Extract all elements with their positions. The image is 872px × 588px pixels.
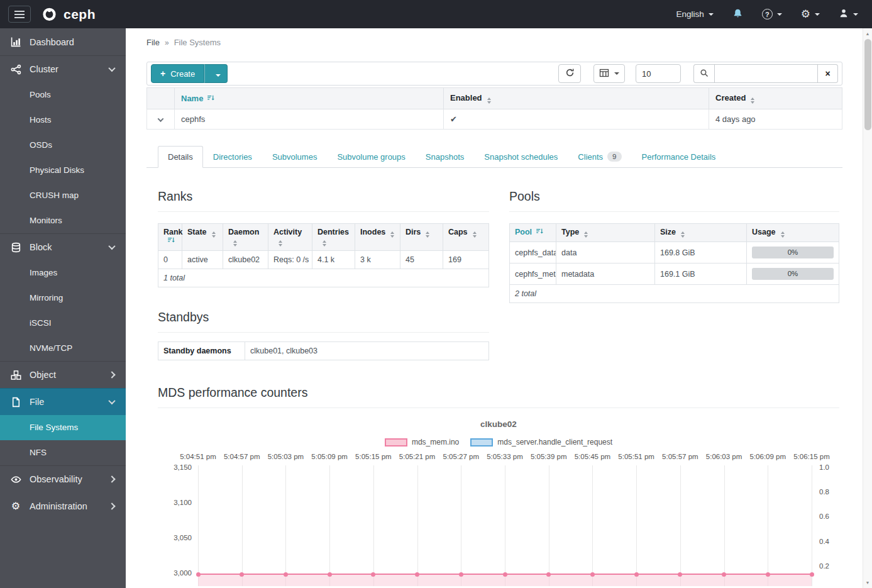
sidebar-item-monitors[interactable]: Monitors xyxy=(0,208,126,233)
help-dropdown[interactable]: ? xyxy=(762,9,782,19)
search-button[interactable] xyxy=(693,64,714,83)
gridline xyxy=(505,465,505,586)
column-header-rank[interactable]: Rank xyxy=(158,224,182,251)
tab-snapshots[interactable]: Snapshots xyxy=(416,146,474,168)
sidebar-group-administration[interactable]: ⚙ Administration xyxy=(0,492,126,519)
tab-subvolumes[interactable]: Subvolumes xyxy=(262,146,328,168)
section-title-ranks: Ranks xyxy=(158,189,489,212)
notifications-button[interactable] xyxy=(732,8,743,21)
cluster-icon xyxy=(9,64,22,75)
tab-clients[interactable]: Clients 9 xyxy=(568,145,631,168)
x-tick-label: 5:05:51 pm xyxy=(618,453,654,460)
column-header-dentries[interactable]: Dentries xyxy=(312,224,355,251)
page-size-input[interactable] xyxy=(636,64,681,83)
sort-icon xyxy=(279,240,282,247)
tab-directories[interactable]: Directories xyxy=(203,146,262,168)
column-header-pool[interactable]: Pool xyxy=(510,224,556,242)
column-header-dirs[interactable]: Dirs xyxy=(400,224,443,251)
x-tick-label: 5:04:51 pm xyxy=(180,453,216,460)
scroll-down-button[interactable]: ▼ xyxy=(863,578,872,587)
gridline xyxy=(373,465,374,586)
tab-snapshot-schedules[interactable]: Snapshot schedules xyxy=(474,146,568,168)
scroll-thumb[interactable] xyxy=(864,39,871,130)
gridline xyxy=(461,465,461,586)
sidebar-item-images[interactable]: Images xyxy=(0,260,126,286)
vertical-scrollbar[interactable]: ▲ ▼ xyxy=(863,28,872,588)
column-toggle-button[interactable] xyxy=(593,64,625,83)
cell-daemon: clkube02 xyxy=(223,251,268,269)
chart-title: clkube02 xyxy=(158,419,839,429)
x-tick-label: 5:05:03 pm xyxy=(268,453,304,460)
column-header-daemon[interactable]: Daemon xyxy=(223,224,268,251)
sidebar-item-label: Observability xyxy=(30,474,82,484)
sidebar-item-iscsi[interactable]: iSCSI xyxy=(0,311,126,336)
sidebar-item-hosts[interactable]: Hosts xyxy=(0,108,126,133)
sort-icon xyxy=(212,231,216,238)
tab-subvolume-groups[interactable]: Subvolume groups xyxy=(327,146,415,168)
table-header-row: Name Enabled Created xyxy=(147,88,842,109)
sidebar-item-nvme-tcp[interactable]: NVMe/TCP xyxy=(0,336,126,361)
sidebar-group-block[interactable]: Block xyxy=(0,233,126,260)
column-header-name[interactable]: Name xyxy=(175,88,444,109)
column-header-type[interactable]: Type xyxy=(556,224,655,242)
brand-text: ceph xyxy=(63,7,96,22)
column-header-caps[interactable]: Caps xyxy=(443,224,489,251)
sidebar-group-observability[interactable]: Observability xyxy=(0,465,126,492)
column-header-inodes[interactable]: Inodes xyxy=(355,224,400,251)
sidebar-item-file-systems[interactable]: File Systems xyxy=(0,415,126,440)
create-button[interactable]: + Create xyxy=(151,64,204,83)
sidebar-item-dashboard[interactable]: Dashboard xyxy=(0,28,126,55)
sidebar-item-mirroring[interactable]: Mirroring xyxy=(0,286,126,311)
create-split-button: + Create xyxy=(151,64,228,83)
settings-dropdown[interactable]: ⚙ xyxy=(801,9,820,19)
section-title-standbys: Standbys xyxy=(158,310,489,333)
column-header-activity[interactable]: Activity xyxy=(268,224,312,251)
user-dropdown[interactable] xyxy=(839,8,858,20)
column-header-enabled[interactable]: Enabled xyxy=(444,88,709,109)
sidebar-group-cluster[interactable]: Cluster xyxy=(0,55,126,82)
cell-caps: 169 xyxy=(443,251,489,269)
refresh-button[interactable] xyxy=(558,64,581,83)
y-axis-right: 1.0 0.8 0.6 0.4 0.2 xyxy=(814,453,839,586)
breadcrumb-file[interactable]: File xyxy=(146,38,160,47)
usage-progress-bar: 0% xyxy=(752,268,834,280)
scroll-up-button[interactable]: ▲ xyxy=(863,29,872,38)
search-input[interactable] xyxy=(714,64,818,83)
cell-pool: cephfs_metadata xyxy=(510,263,556,285)
x-tick-label: 5:05:15 pm xyxy=(355,453,392,460)
sidebar-group-object[interactable]: Object xyxy=(0,361,126,388)
table-row-cephfs[interactable]: cephfs ✔ 4 days ago xyxy=(147,109,842,130)
clear-search-button[interactable]: × xyxy=(818,64,838,83)
sidebar-item-osds[interactable]: OSDs xyxy=(0,133,126,158)
x-tick-label: 5:05:27 pm xyxy=(443,453,480,460)
standby-daemons-value: clkube01, clkube03 xyxy=(245,342,489,360)
column-header-usage[interactable]: Usage xyxy=(747,224,839,242)
pools-header-row: Pool Type Size Usage xyxy=(510,224,839,242)
menu-toggle-button[interactable] xyxy=(8,6,31,23)
sidebar-item-physical-disks[interactable]: Physical Disks xyxy=(0,158,126,183)
cell-state: active xyxy=(182,251,223,269)
language-dropdown[interactable]: English xyxy=(676,9,713,19)
column-header-state[interactable]: State xyxy=(182,224,223,251)
sidebar-group-file[interactable]: File xyxy=(0,388,126,415)
legend-item-mds-mem-ino[interactable]: mds_mem.ino xyxy=(385,438,459,447)
ceph-brand[interactable]: ceph xyxy=(41,5,96,24)
create-dropdown-toggle[interactable] xyxy=(204,64,228,83)
tab-performance-details[interactable]: Performance Details xyxy=(632,146,726,168)
toolbar-right-group: × xyxy=(558,64,838,83)
sidebar-item-crush-map[interactable]: CRUSH map xyxy=(0,183,126,208)
data-point xyxy=(634,572,639,577)
column-header-size[interactable]: Size xyxy=(655,224,747,242)
tab-details[interactable]: Details xyxy=(158,146,203,168)
y-axis-label: 3,000 xyxy=(174,569,192,577)
gridline xyxy=(768,465,768,586)
data-point xyxy=(284,572,288,577)
sidebar-item-pools[interactable]: Pools xyxy=(0,82,126,108)
column-header-created[interactable]: Created xyxy=(709,88,842,109)
legend-item-handle-client-request[interactable]: mds_server.handle_client_request xyxy=(470,438,612,447)
plot-area: 3,150 3,100 3,050 3,000 1.0 0.8 0.6 0.4 … xyxy=(158,453,839,586)
search-icon xyxy=(700,69,709,79)
plot-grid xyxy=(198,465,812,586)
sidebar-item-nfs[interactable]: NFS xyxy=(0,440,126,465)
row-expander[interactable] xyxy=(147,109,175,130)
